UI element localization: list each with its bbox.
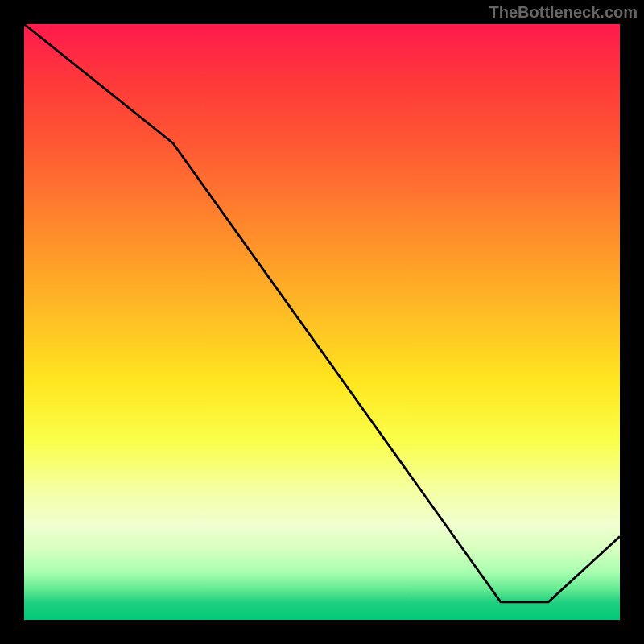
chart-curve — [24, 24, 620, 602]
chart-plot-area — [24, 24, 620, 620]
watermark-text: TheBottleneck.com — [489, 3, 638, 22]
chart-line-layer — [24, 24, 620, 620]
